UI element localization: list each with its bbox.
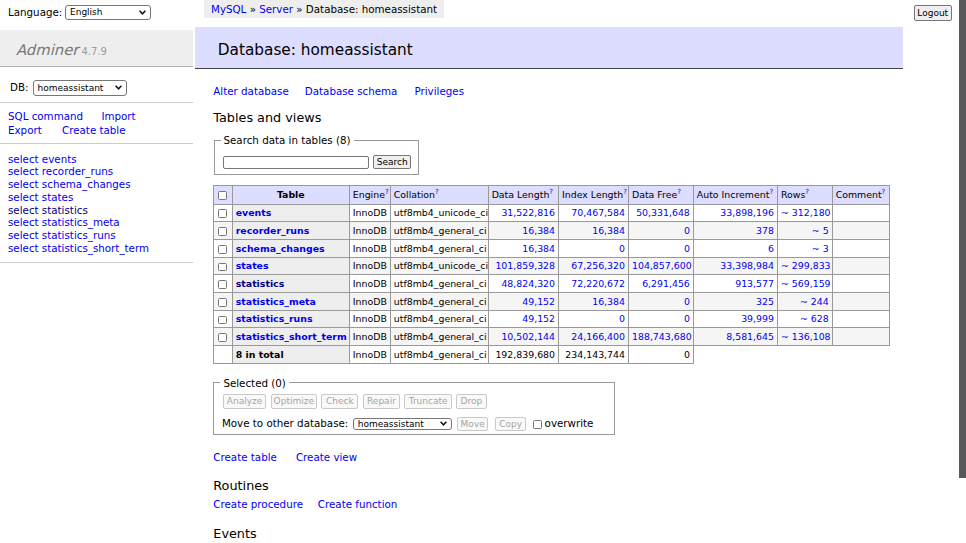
link-create-view[interactable]: Create view bbox=[296, 451, 357, 463]
cell-link-auto_increment[interactable]: 325 bbox=[756, 296, 774, 307]
cell-link-index_length[interactable]: 16,384 bbox=[592, 225, 625, 236]
breadcrumb-item-mysql[interactable]: MySQL bbox=[211, 3, 246, 15]
cell-link-data_free[interactable]: 0 bbox=[684, 243, 690, 254]
cell-link-auto_increment[interactable]: 33,398,984 bbox=[720, 260, 774, 271]
cell-link-data_length[interactable]: 49,152 bbox=[522, 313, 555, 324]
row-checkbox[interactable] bbox=[218, 227, 227, 236]
cell-link-data_free[interactable]: 0 bbox=[684, 313, 690, 324]
sidebar-item-select-statistics_meta[interactable]: select statistics_meta bbox=[8, 216, 120, 228]
cell-link-data_free[interactable]: 188,743,680 bbox=[632, 331, 692, 342]
analyze-button[interactable]: Analyze bbox=[223, 394, 267, 409]
cell-link-rows[interactable]: ~ 3 bbox=[812, 243, 829, 254]
link-alter-database[interactable]: Alter database bbox=[213, 85, 289, 97]
cell-link-rows[interactable]: ~ 136,108 bbox=[781, 331, 831, 342]
help-link[interactable]: ? bbox=[549, 188, 553, 196]
cell-link-index_length[interactable]: 16,384 bbox=[592, 296, 625, 307]
link-create-procedure[interactable]: Create procedure bbox=[213, 498, 303, 510]
table-link-statistics_meta[interactable]: statistics_meta bbox=[236, 296, 316, 307]
link-create-table[interactable]: Create table bbox=[213, 451, 277, 463]
sidebar-item-select-statistics[interactable]: select statistics bbox=[8, 204, 88, 216]
link-database-schema[interactable]: Database schema bbox=[305, 85, 398, 97]
sidebar-link-create-table[interactable]: Create table bbox=[62, 124, 126, 136]
row-checkbox[interactable] bbox=[218, 298, 227, 307]
cell-link-auto_increment[interactable]: 6 bbox=[768, 243, 774, 254]
language-select[interactable]: English bbox=[65, 5, 151, 21]
cell-link-data_length[interactable]: 101,859,328 bbox=[495, 260, 555, 271]
cell-link-index_length[interactable]: 67,256,320 bbox=[571, 260, 625, 271]
row-checkbox[interactable] bbox=[218, 245, 227, 254]
link-create-function[interactable]: Create function bbox=[318, 498, 398, 510]
cell-link-rows[interactable]: ~ 312,180 bbox=[781, 207, 831, 218]
help-link[interactable]: ? bbox=[805, 188, 809, 196]
cell-link-rows[interactable]: ~ 569,159 bbox=[781, 278, 831, 289]
search-button[interactable]: Search bbox=[373, 155, 411, 169]
cell-link-data_length[interactable]: 49,152 bbox=[522, 296, 555, 307]
cell-link-data_length[interactable]: 31,522,816 bbox=[501, 207, 555, 218]
link-privileges[interactable]: Privileges bbox=[415, 85, 465, 97]
table-link-events[interactable]: events bbox=[236, 207, 272, 218]
truncate-button[interactable]: Truncate bbox=[404, 394, 452, 409]
logout-button[interactable]: Logout bbox=[914, 5, 953, 21]
cell-link-data_length[interactable]: 10,502,144 bbox=[501, 331, 555, 342]
table-link-schema_changes[interactable]: schema_changes bbox=[236, 243, 325, 254]
help-link[interactable]: ? bbox=[623, 188, 627, 196]
check-button[interactable]: Check bbox=[321, 394, 358, 409]
row-checkbox[interactable] bbox=[218, 280, 227, 289]
db-select[interactable]: homeassistant bbox=[33, 80, 128, 96]
cell-link-index_length[interactable]: 70,467,584 bbox=[571, 207, 625, 218]
sidebar-link-import[interactable]: Import bbox=[101, 110, 135, 122]
optimize-button[interactable]: Optimize bbox=[271, 394, 317, 409]
cell-link-rows[interactable]: ~ 5 bbox=[812, 225, 829, 236]
cell-link-auto_increment[interactable]: 33,898,196 bbox=[720, 207, 774, 218]
copy-button[interactable]: Copy bbox=[495, 417, 526, 431]
search-input[interactable] bbox=[223, 156, 369, 169]
table-link-statistics[interactable]: statistics bbox=[236, 278, 285, 289]
cell-link-index_length[interactable]: 72,220,672 bbox=[571, 278, 625, 289]
cell-link-data_free[interactable]: 50,331,648 bbox=[636, 207, 690, 218]
help-link[interactable]: ? bbox=[435, 188, 439, 196]
sidebar-item-select-statistics_short_term[interactable]: select statistics_short_term bbox=[8, 242, 149, 254]
table-link-statistics_runs[interactable]: statistics_runs bbox=[236, 313, 313, 324]
cell-link-data_length[interactable]: 16,384 bbox=[522, 225, 555, 236]
row-checkbox[interactable] bbox=[218, 263, 227, 272]
select-all-checkbox[interactable] bbox=[218, 191, 227, 200]
cell-link-auto_increment[interactable]: 913,577 bbox=[735, 278, 774, 289]
table-link-states[interactable]: states bbox=[236, 260, 269, 271]
cell-link-data_free[interactable]: 0 bbox=[684, 225, 690, 236]
scrollbar-thumb[interactable] bbox=[959, 0, 966, 478]
cell-link-auto_increment[interactable]: 8,581,645 bbox=[726, 331, 774, 342]
move-button[interactable]: Move bbox=[457, 417, 488, 431]
cell-link-data_length[interactable]: 16,384 bbox=[522, 243, 555, 254]
sidebar-item-select-states[interactable]: select states bbox=[8, 191, 73, 203]
cell-link-auto_increment[interactable]: 378 bbox=[756, 225, 774, 236]
help-link[interactable]: ? bbox=[677, 188, 681, 196]
row-checkbox[interactable] bbox=[218, 209, 227, 218]
cell-link-index_length[interactable]: 0 bbox=[619, 313, 625, 324]
sidebar-item-select-schema_changes[interactable]: select schema_changes bbox=[8, 178, 131, 190]
cell-link-data_free[interactable]: 6,291,456 bbox=[642, 278, 690, 289]
cell-link-index_length[interactable]: 0 bbox=[619, 243, 625, 254]
help-link[interactable]: ? bbox=[385, 188, 389, 196]
sidebar-item-select-events[interactable]: select events bbox=[8, 153, 77, 165]
row-checkbox[interactable] bbox=[218, 333, 227, 342]
sidebar-item-select-recorder_runs[interactable]: select recorder_runs bbox=[8, 165, 113, 177]
breadcrumb-item-server[interactable]: Server bbox=[259, 3, 293, 15]
cell-link-data_free[interactable]: 104,857,600 bbox=[632, 260, 692, 271]
help-link[interactable]: ? bbox=[882, 188, 886, 196]
cell-link-data_length[interactable]: 48,824,320 bbox=[501, 278, 555, 289]
cell-link-auto_increment[interactable]: 39,999 bbox=[741, 313, 774, 324]
table-link-recorder_runs[interactable]: recorder_runs bbox=[236, 225, 310, 236]
scrollbar[interactable] bbox=[956, 0, 966, 543]
cell-link-rows[interactable]: ~ 299,833 bbox=[781, 260, 831, 271]
cell-link-rows[interactable]: ~ 244 bbox=[800, 296, 829, 307]
drop-button[interactable]: Drop bbox=[456, 394, 487, 409]
cell-link-data_free[interactable]: 0 bbox=[684, 296, 690, 307]
move-db-select[interactable]: homeassistant bbox=[353, 418, 453, 431]
cell-link-rows[interactable]: ~ 628 bbox=[800, 313, 829, 324]
repair-button[interactable]: Repair bbox=[363, 394, 400, 409]
sidebar-link-sql-command[interactable]: SQL command bbox=[8, 110, 83, 122]
app-title-link[interactable]: Adminer bbox=[16, 41, 78, 58]
sidebar-item-select-statistics_runs[interactable]: select statistics_runs bbox=[8, 229, 116, 241]
row-checkbox[interactable] bbox=[218, 316, 227, 325]
cell-link-index_length[interactable]: 24,166,400 bbox=[571, 331, 625, 342]
